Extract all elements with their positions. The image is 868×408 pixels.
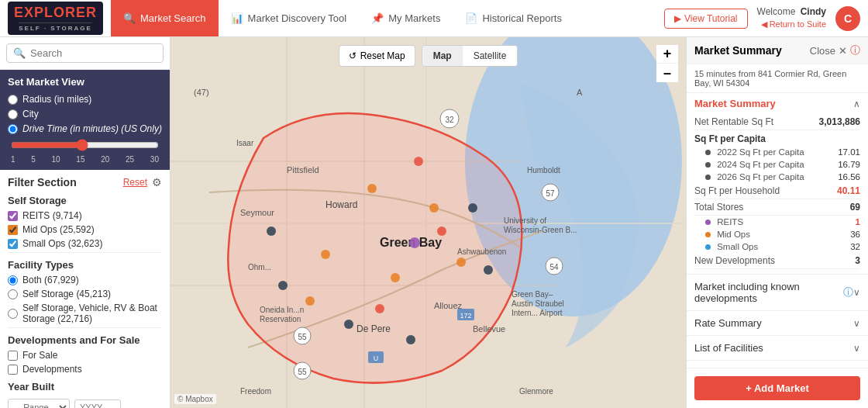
close-label: Close: [810, 45, 835, 57]
developments-checkbox-item[interactable]: Developments: [8, 364, 162, 375]
svg-point-46: [267, 226, 276, 236]
radius-radio-item[interactable]: Radius (in miles): [8, 94, 162, 105]
range-select[interactable]: – Range –: [8, 399, 70, 408]
return-suite-link[interactable]: ◀ Return to Suite: [757, 19, 826, 30]
zoom-in-button[interactable]: +: [656, 45, 678, 64]
section-divider-2: [8, 327, 162, 328]
drive-time-radio-item[interactable]: Drive Time (in minutes) (US Only): [8, 123, 162, 134]
view-tutorial-button[interactable]: ▶ View Tutorial: [664, 9, 747, 29]
sqft-capita-title: Sq Ft per Capita: [694, 130, 860, 146]
tab-market-discovery[interactable]: 📊 Market Discovery Tool: [219, 0, 360, 36]
developments-label: Developments: [22, 364, 82, 375]
reits-checkbox[interactable]: [8, 211, 18, 221]
market-including-label: Market including known developments: [694, 281, 840, 304]
return-icon: ◀: [761, 19, 767, 29]
zoom-out-button[interactable]: –: [656, 64, 678, 82]
market-including-section[interactable]: Market including known developments ⓘ ∨: [687, 274, 868, 310]
sqft-2026-value: 16.56: [838, 172, 860, 182]
discovery-nav-icon: 📊: [231, 12, 243, 24]
rv-boat-radio[interactable]: [8, 309, 18, 319]
rv-boat-radio-item[interactable]: Self Storage, Vehicle, RV & Boat Storage…: [8, 303, 162, 324]
right-panel: Market Summary Close ✕ ⓘ 15 minutes from…: [686, 37, 868, 408]
svg-point-47: [278, 281, 288, 290]
reset-link[interactable]: Reset: [123, 177, 147, 188]
close-button[interactable]: Close ✕ ⓘ: [810, 43, 860, 57]
sqft-2024-row: 2024 Sq Ft per Capita 16.79: [694, 158, 860, 171]
tab-historical-reports-label: Historical Reports: [482, 12, 562, 24]
tab-my-markets[interactable]: 📌 My Markets: [359, 0, 453, 36]
sidebar: 🔍 Set Market View Radius (in miles) City…: [0, 37, 170, 408]
logo-explorer: EXPLORER: [14, 5, 97, 21]
market-summary-header: Market Summary Close ✕ ⓘ: [687, 37, 868, 64]
market-including-chevron: ∨: [853, 287, 860, 298]
for-sale-checkbox-item[interactable]: For Sale: [8, 350, 162, 361]
search-input[interactable]: [30, 47, 157, 59]
tab-historical-reports[interactable]: 📄 Historical Reports: [453, 0, 574, 36]
radius-radio[interactable]: [8, 95, 18, 105]
drive-time-range-input[interactable]: [11, 139, 159, 151]
search-input-wrapper: 🔍: [6, 43, 164, 63]
drive-time-radio[interactable]: [8, 124, 18, 134]
sqft-household-value: 40.11: [837, 185, 860, 196]
sqft-2022-value: 17.01: [838, 147, 860, 157]
for-sale-checkbox[interactable]: [8, 351, 18, 361]
self-storage-radio[interactable]: [8, 289, 18, 299]
ms-section-toggle[interactable]: Market Summary ∧: [687, 93, 868, 114]
year-input[interactable]: [74, 399, 121, 408]
city-radio-item[interactable]: City: [8, 109, 162, 119]
midops-checkbox[interactable]: [8, 225, 18, 235]
sqft-household-label: Sq Ft per Household: [694, 185, 780, 196]
rate-summary-chevron: ∨: [853, 318, 860, 329]
both-radio-item[interactable]: Both (67,929): [8, 275, 162, 285]
reset-map-button[interactable]: ↺ Reset Map: [339, 45, 415, 67]
info-icon: ⓘ: [850, 43, 860, 57]
market-view-title: Set Market View: [8, 76, 162, 88]
sqft-2026-row: 2026 Sq Ft per Capita 16.56: [694, 171, 860, 183]
logo-sub: SELF · STORAGE: [19, 22, 92, 32]
smallops-checkbox-item[interactable]: Small Ops (32,623): [8, 238, 162, 249]
midops-label: Mid Ops (25,592): [22, 224, 95, 235]
map-type-buttons: Map Satellite: [422, 45, 518, 67]
svg-text:55: 55: [298, 333, 307, 341]
rv-boat-label: Self Storage, Vehicle, RV & Boat Storage…: [22, 303, 162, 324]
city-label: City: [22, 109, 39, 119]
tab-market-search[interactable]: 🔍 Market Search: [111, 0, 219, 36]
new-developments-value: 3: [855, 255, 860, 266]
dot-smallops: [705, 244, 711, 250]
user-avatar[interactable]: C: [835, 6, 860, 31]
rate-summary-section[interactable]: Rate Summary ∨: [687, 310, 868, 335]
dot-2026: [705, 175, 711, 180]
new-developments-row: New Developments 3: [694, 253, 860, 269]
settings-icon[interactable]: ⚙: [152, 176, 162, 188]
city-radio[interactable]: [8, 109, 18, 119]
svg-text:55: 55: [298, 368, 307, 376]
dot-reits: [705, 220, 711, 225]
self-storage-radio-item[interactable]: Self Storage (45,213): [8, 289, 162, 299]
smallops-checkbox[interactable]: [8, 239, 18, 249]
total-stores-row: Total Stores 69: [694, 199, 860, 216]
search-box: 🔍: [0, 37, 170, 70]
tab-market-search-label: Market Search: [140, 12, 206, 24]
drive-time-slider: 1 5 10 15 20 25 30: [8, 139, 162, 164]
both-radio[interactable]: [8, 275, 18, 285]
rate-summary-label: Rate Summary: [694, 317, 762, 329]
nav-tabs: 🔍 Market Search 📊 Market Discovery Tool …: [111, 0, 574, 36]
reits-checkbox-item[interactable]: REITS (9,714): [8, 210, 162, 221]
midops-checkbox-item[interactable]: Mid Ops (25,592): [8, 224, 162, 235]
satellite-btn[interactable]: Satellite: [463, 46, 518, 66]
svg-text:De Pere: De Pere: [356, 323, 391, 334]
add-market-button[interactable]: + Add Market: [694, 376, 860, 400]
tab-my-markets-label: My Markets: [388, 12, 440, 24]
search-icon: 🔍: [13, 47, 26, 59]
list-facilities-section[interactable]: List of Facilities ∨: [687, 335, 868, 360]
ms-location: 15 minutes from 841 Cormier Rd, Green Ba…: [687, 64, 868, 93]
developments-checkbox[interactable]: [8, 365, 18, 375]
svg-text:Freedom: Freedom: [240, 387, 271, 396]
map-btn[interactable]: Map: [422, 46, 463, 66]
logo-area: EXPLORER SELF · STORAGE: [8, 2, 103, 35]
sqft-2024-value: 16.79: [838, 160, 860, 169]
search-nav-icon: 🔍: [123, 12, 136, 24]
header: EXPLORER SELF · STORAGE 🔍 Market Search …: [0, 0, 868, 37]
smallops-type-label: Small Ops: [717, 242, 758, 251]
map-area[interactable]: Green Bay Howard Pittsfield Seymour Ohm.…: [170, 37, 686, 408]
